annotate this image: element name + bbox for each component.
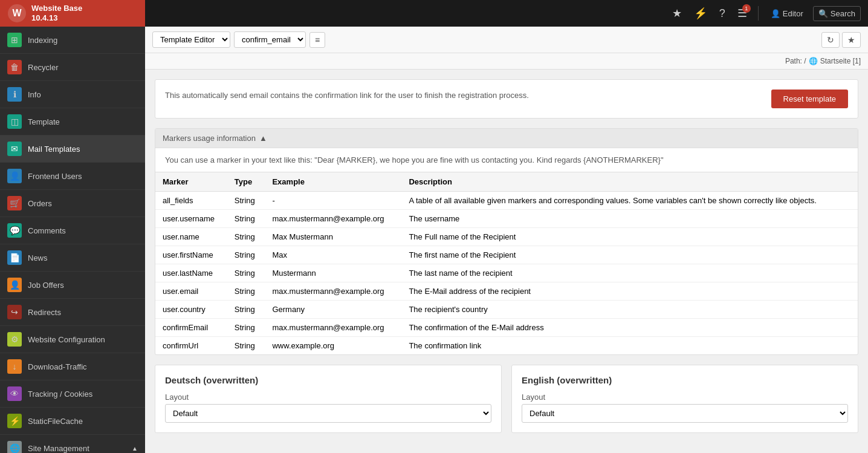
deutsch-layout-dropdown[interactable]: Default	[165, 404, 491, 423]
template-label: Template	[28, 117, 60, 126]
mail-templates-label: Mail Templates	[28, 145, 80, 154]
sidebar-item-recycler[interactable]: 🗑 Recycler	[0, 54, 145, 81]
site-management-arrow: ▲	[132, 445, 138, 452]
star-icon[interactable]: ★	[669, 4, 685, 22]
editor-button[interactable]: 👤 Editor	[766, 7, 808, 21]
app-logo: W	[7, 4, 27, 23]
topbar-divider	[758, 6, 759, 21]
tracking-cookies-icon: 👁	[7, 386, 22, 401]
sidebar-item-job-offers[interactable]: 👤 Job Offers	[0, 272, 145, 299]
sidebar-item-static-file-cache[interactable]: ⚡ StaticFileCache	[0, 408, 145, 435]
cell-type: String	[227, 282, 265, 301]
app-branding: W Website Base 10.4.13	[0, 0, 145, 27]
table-row: user.name String Max Mustermann The Full…	[155, 228, 858, 246]
search-button[interactable]: 🔍 Search	[813, 6, 861, 21]
table-row: user.email String max.mustermann@example…	[155, 282, 858, 301]
sidebar-item-indexing[interactable]: ⊞ Indexing	[0, 27, 145, 54]
cell-description: The last name of the recipient	[401, 264, 858, 282]
info-label: Info	[28, 90, 41, 99]
cell-description: The confirmation of the E-Mail address	[401, 319, 858, 337]
sidebar-item-info[interactable]: ℹ Info	[0, 81, 145, 108]
cell-example: max.mustermann@example.org	[265, 282, 401, 301]
main-layout: ⊞ Indexing 🗑 Recycler ℹ Info ◫ Template …	[0, 27, 868, 453]
table-row: user.firstName String Max The first name…	[155, 246, 858, 264]
english-layout-dropdown[interactable]: Default	[522, 404, 848, 423]
orders-icon: 🛒	[7, 196, 22, 210]
template-action-button[interactable]: ≡	[309, 32, 325, 48]
col-type: Type	[227, 172, 265, 192]
cell-marker: user.firstName	[155, 246, 227, 264]
download-traffic-icon: ↓	[7, 359, 22, 374]
indexing-label: Indexing	[28, 36, 57, 45]
cell-type: String	[227, 319, 265, 337]
editor-type-dropdown[interactable]: Template Editor	[152, 31, 230, 48]
sidebar-item-site-management[interactable]: 🌐 Site Management ▲	[0, 435, 145, 453]
topbar: W Website Base 10.4.13 ★ ⚡ ? ☰ 1 👤 Edito…	[0, 0, 868, 27]
favorite-button[interactable]: ★	[842, 32, 861, 48]
download-traffic-label: Download-Traffic	[28, 362, 87, 371]
language-section-english: English (overwritten) Layout Default	[511, 365, 858, 433]
markers-table: Marker Type Example Description all_fiel…	[155, 172, 858, 354]
sidebar-item-template[interactable]: ◫ Template	[0, 108, 145, 135]
job-offers-icon: 👤	[7, 278, 22, 292]
svg-text:W: W	[12, 8, 22, 18]
col-description: Description	[401, 172, 858, 192]
static-file-cache-icon: ⚡	[7, 414, 22, 428]
template-icon: ◫	[7, 114, 22, 129]
help-icon[interactable]: ?	[716, 5, 729, 22]
sidebar-item-tracking-cookies[interactable]: 👁 Tracking / Cookies	[0, 380, 145, 408]
sidebar-item-comments[interactable]: 💬 Comments	[0, 217, 145, 244]
sidebar-item-mail-templates[interactable]: ✉ Mail Templates	[0, 135, 145, 163]
english-title: English (overwritten)	[522, 375, 848, 385]
job-offers-label: Job Offers	[28, 281, 64, 290]
table-row: user.username String max.mustermann@exam…	[155, 210, 858, 228]
notification-icon[interactable]: ☰ 1	[734, 4, 751, 22]
comments-icon: 💬	[7, 223, 22, 238]
cell-example: Max Mustermann	[265, 228, 401, 246]
cell-description: A table of all available given markers a…	[401, 192, 858, 210]
content-area: Template Editor confirm_email ≡ ↻ ★ Path…	[145, 27, 868, 453]
site-management-label: Site Management	[28, 444, 126, 453]
sidebar-item-news[interactable]: 📄 News	[0, 244, 145, 272]
reload-button[interactable]: ↻	[821, 32, 840, 48]
inner-content: This automatically send email contains t…	[145, 70, 868, 453]
cell-description: The recipient's country	[401, 301, 858, 319]
cell-description: The first name of the Recipient	[401, 246, 858, 264]
content-toolbar: Template Editor confirm_email ≡ ↻ ★	[145, 27, 868, 53]
reset-template-button[interactable]: Reset template	[771, 90, 848, 108]
mail-templates-icon: ✉	[7, 142, 22, 156]
sidebar-item-website-configuration[interactable]: ⚙ Website Configuration	[0, 326, 145, 353]
bolt-icon[interactable]: ⚡	[690, 4, 711, 22]
sidebar-item-redirects[interactable]: ↪ Redirects	[0, 299, 145, 326]
sidebar-item-orders[interactable]: 🛒 Orders	[0, 190, 145, 217]
deutsch-layout-label: Layout	[165, 393, 491, 402]
sidebar-item-frontend-users[interactable]: 👤 Frontend Users	[0, 163, 145, 190]
cell-description: The confirmation link	[401, 337, 858, 355]
sidebar-item-download-traffic[interactable]: ↓ Download-Traffic	[0, 353, 145, 380]
user-icon: 👤	[771, 9, 780, 18]
language-section-deutsch: Deutsch (overwritten) Layout Default	[155, 365, 502, 433]
cell-example: Germany	[265, 301, 401, 319]
cell-type: String	[227, 264, 265, 282]
redirects-label: Redirects	[28, 308, 61, 317]
indexing-icon: ⊞	[7, 33, 22, 47]
cell-marker: all_fields	[155, 192, 227, 210]
notification-badge: 1	[742, 4, 751, 13]
frontend-users-icon: 👤	[7, 169, 22, 183]
cell-description: The E-Mail address of the recipient	[401, 282, 858, 301]
markers-header[interactable]: Markers usage information ▲	[155, 129, 858, 148]
cell-example: -	[265, 192, 401, 210]
markers-toggle-icon: ▲	[259, 134, 267, 143]
markers-info-text: You can use a marker in your text like t…	[155, 148, 858, 172]
col-marker: Marker	[155, 172, 227, 192]
col-example: Example	[265, 172, 401, 192]
website-configuration-icon: ⚙	[7, 332, 22, 347]
redirects-icon: ↪	[7, 305, 22, 319]
info-icon: ℹ	[7, 87, 22, 102]
template-dropdown[interactable]: confirm_email	[234, 31, 306, 48]
path-page: Startseite [1]	[820, 57, 861, 65]
path-label: Path: /	[785, 57, 806, 65]
cell-description: The username	[401, 210, 858, 228]
cell-example: www.example.org	[265, 337, 401, 355]
cell-marker: user.lastName	[155, 264, 227, 282]
